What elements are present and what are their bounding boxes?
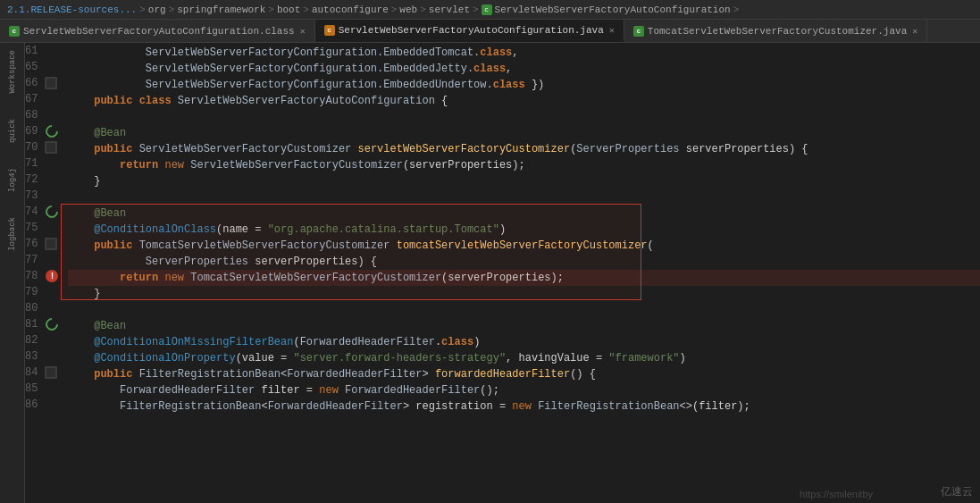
breadcrumb-part[interactable]: 2.1.RELEASE-sources... [7,4,137,15]
tab-class-file[interactable]: c ServletWebServerFactoryAutoConfigurati… [0,20,315,42]
code-line-84: public FilterRegistrationBean<ForwardedH… [68,366,980,382]
gutter-66 [43,75,61,91]
line-num-72: 72 [25,172,43,188]
code-line-67: public class ServletWebServerFactoryAuto… [68,93,980,109]
gutter-81[interactable] [43,316,61,332]
gutter-77 [43,252,61,268]
code-line-68 [68,109,980,125]
line-num-65: 65 [25,59,43,75]
line-num-68: 68 [25,107,43,123]
code-line-72: } [68,173,980,189]
breadcrumb-sep: > [473,4,479,15]
gutter-80 [43,300,61,316]
code-line-79: } [68,286,980,302]
line-num-77: 77 [25,252,43,268]
code-line-75: @ConditionalOnClass(name = "org.apache.c… [68,222,980,238]
breadcrumb-part[interactable]: autoconfigure [312,4,389,15]
tab-close-button[interactable]: ✕ [609,25,615,36]
tab-customizer-file[interactable]: c TomcatServletWebServerFactoryCustomize… [624,20,927,42]
breadcrumb-sep: > [733,4,740,15]
breadcrumb-bar: 2.1.RELEASE-sources... > org > springfra… [0,0,980,20]
gutter-79 [43,284,61,300]
tab-java-file[interactable]: c ServletWebServerFactoryAutoConfigurati… [315,20,624,42]
code-line-61: ServletWebServerFactoryConfiguration.Emb… [68,45,980,61]
line-num-61: 61 [25,43,43,59]
breadcrumb-classname[interactable]: ServletWebServerFactoryAutoConfiguration [495,4,731,15]
watermark-url: https://smilenitby [800,489,873,499]
main-area: Workspace quick log4j logback 61 65 66 6… [0,43,980,503]
gutter-86 [43,397,61,413]
line-num-82: 82 [25,332,43,348]
code-line-73 [68,189,980,205]
breadcrumb-part[interactable]: web [399,4,417,15]
line-num-70: 70 [25,139,43,155]
tab-java-icon: c [324,25,335,36]
line-num-81: 81 [25,316,43,332]
gutter-70 [43,139,61,155]
gutter-73 [43,188,61,204]
code-line-78: return new TomcatServletWebServerFactory… [68,270,980,286]
line-num-75: 75 [25,220,43,236]
gutter-71 [43,155,61,172]
code-line-76: public TomcatServletWebServerFactoryCust… [68,238,980,254]
class-icon: c [482,4,492,15]
gutter-61 [43,43,61,59]
gutter-68 [43,107,61,123]
breadcrumb-sep: > [169,4,175,15]
breadcrumb-sep: > [391,4,398,15]
refresh-gutter-icon-81[interactable] [44,315,62,333]
tab-class-icon: c [9,26,20,37]
breadcrumb-sep: > [268,4,274,15]
tab-close-button[interactable]: ✕ [912,26,917,37]
code-line-83: @ConditionalOnProperty(value = "server.f… [68,350,980,366]
line-num-71: 71 [25,155,43,172]
line-num-84: 84 [25,365,43,381]
refresh-gutter-icon-74[interactable] [44,203,62,221]
line-num-79: 79 [25,284,43,300]
line-num-78: 78 [25,268,43,284]
gutter-74[interactable] [43,204,61,220]
error-gutter-icon[interactable]: ! [46,270,58,282]
breadcrumb-part[interactable]: org [148,4,166,15]
gutter-85 [43,381,61,397]
gutter-67 [43,91,61,107]
breadcrumb-part[interactable]: boot [277,4,300,15]
gutter-78[interactable]: ! [43,268,61,284]
gutter-84 [43,365,61,381]
sidebar-logback-label: logback [8,217,17,251]
tab-customizer-icon: c [633,26,644,37]
gutter-65 [43,59,61,75]
breadcrumb-part[interactable]: springframework [177,4,265,15]
code-line-66: ServletWebServerFactoryConfiguration.Emb… [68,77,980,93]
breadcrumb-sep: > [303,4,309,15]
code-line-69: @Bean [68,125,980,141]
sidebar-workspace-label: Workspace [8,50,17,94]
tab-label: ServletWebServerFactoryAutoConfiguration… [23,26,295,37]
line-num-83: 83 [25,348,43,365]
gutter-72 [43,172,61,188]
sidebar-log4j-label: log4j [8,168,17,192]
logo-watermark: 亿速云 [941,484,973,499]
refresh-gutter-icon[interactable] [44,122,62,140]
line-num-67: 67 [25,91,43,107]
line-num-76: 76 [25,236,43,252]
gutter-75 [43,220,61,236]
fold-icon[interactable] [45,141,57,154]
tab-close-button[interactable]: ✕ [300,26,306,37]
breadcrumb-sep: > [420,4,426,15]
fold-icon[interactable] [45,366,57,379]
line-num-66: 66 [25,75,43,91]
breadcrumb-part[interactable]: servlet [429,4,470,15]
gutter-82 [43,332,61,348]
code-editor: 61 65 66 67 68 69 70 71 72 73 74 75 76 7… [25,43,980,503]
code-line-86: FilterRegistrationBean<ForwardedHeaderFi… [68,398,980,415]
line-num-74: 74 [25,204,43,220]
code-line-80 [68,302,980,318]
code-lines: ServletWebServerFactoryConfiguration.Emb… [61,43,980,503]
gutter-69[interactable] [43,123,61,139]
fold-icon[interactable] [45,77,57,89]
fold-icon[interactable] [45,238,57,250]
line-num-73: 73 [25,188,43,204]
gutter-83 [43,348,61,365]
sidebar-quick-label: quick [8,119,17,143]
